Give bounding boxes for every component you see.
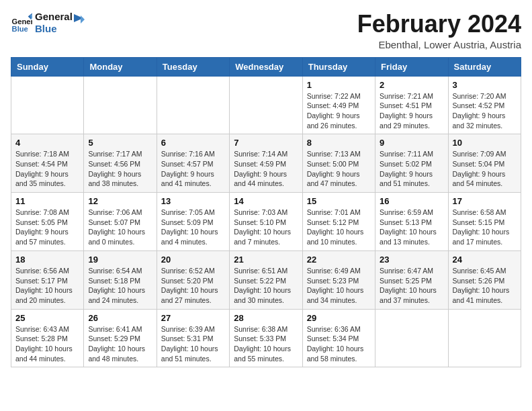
calendar-cell: 6Sunrise: 7:16 AMSunset: 4:57 PMDaylight… bbox=[157, 134, 229, 193]
day-header-monday: Monday bbox=[84, 57, 157, 76]
calendar-cell bbox=[84, 76, 157, 134]
calendar-cell: 8Sunrise: 7:13 AMSunset: 5:00 PMDaylight… bbox=[302, 134, 375, 193]
cell-day-number: 22 bbox=[307, 255, 371, 265]
cell-day-info: Sunrise: 6:38 AMSunset: 5:33 PMDaylight:… bbox=[234, 324, 298, 364]
calendar-cell: 10Sunrise: 7:09 AMSunset: 5:04 PMDayligh… bbox=[448, 134, 521, 193]
cell-day-info: Sunrise: 7:08 AMSunset: 5:05 PMDaylight:… bbox=[15, 208, 79, 247]
cell-day-number: 16 bbox=[380, 196, 443, 206]
cell-day-info: Sunrise: 6:45 AMSunset: 5:26 PMDaylight:… bbox=[453, 266, 517, 306]
cell-day-info: Sunrise: 7:13 AMSunset: 5:00 PMDaylight:… bbox=[307, 149, 371, 189]
calendar-cell: 25Sunrise: 6:43 AMSunset: 5:28 PMDayligh… bbox=[11, 309, 84, 367]
cell-day-info: Sunrise: 7:06 AMSunset: 5:07 PMDaylight:… bbox=[88, 208, 152, 247]
calendar-cell: 1Sunrise: 7:22 AMSunset: 4:49 PMDaylight… bbox=[302, 76, 375, 134]
cell-day-info: Sunrise: 7:01 AMSunset: 5:12 PMDaylight:… bbox=[307, 208, 371, 247]
svg-text:General: General bbox=[12, 17, 32, 26]
cell-day-info: Sunrise: 6:54 AMSunset: 5:18 PMDaylight:… bbox=[88, 266, 152, 306]
cell-day-info: Sunrise: 6:59 AMSunset: 5:13 PMDaylight:… bbox=[380, 208, 443, 247]
calendar-week-row: 1Sunrise: 7:22 AMSunset: 4:49 PMDaylight… bbox=[11, 76, 521, 134]
cell-day-number: 14 bbox=[234, 196, 298, 206]
cell-day-number: 11 bbox=[15, 196, 79, 206]
day-header-sunday: Sunday bbox=[11, 57, 84, 76]
cell-day-number: 20 bbox=[161, 255, 225, 265]
cell-day-info: Sunrise: 6:39 AMSunset: 5:31 PMDaylight:… bbox=[161, 324, 225, 364]
day-header-tuesday: Tuesday bbox=[157, 57, 229, 76]
calendar-cell: 20Sunrise: 6:52 AMSunset: 5:20 PMDayligh… bbox=[157, 250, 229, 309]
cell-day-info: Sunrise: 6:41 AMSunset: 5:29 PMDaylight:… bbox=[88, 324, 152, 364]
cell-day-number: 18 bbox=[15, 255, 79, 265]
calendar-cell: 26Sunrise: 6:41 AMSunset: 5:29 PMDayligh… bbox=[84, 309, 157, 367]
cell-day-number: 21 bbox=[234, 255, 298, 265]
cell-day-info: Sunrise: 7:17 AMSunset: 4:56 PMDaylight:… bbox=[88, 149, 152, 189]
cell-day-info: Sunrise: 7:05 AMSunset: 5:09 PMDaylight:… bbox=[161, 208, 225, 247]
title-area: February 2024 Ebenthal, Lower Austria, A… bbox=[357, 11, 521, 50]
calendar-cell bbox=[157, 76, 229, 134]
calendar-cell: 29Sunrise: 6:36 AMSunset: 5:34 PMDayligh… bbox=[302, 309, 375, 367]
calendar-cell: 24Sunrise: 6:45 AMSunset: 5:26 PMDayligh… bbox=[448, 250, 521, 309]
cell-day-number: 12 bbox=[88, 196, 152, 206]
svg-text:Blue: Blue bbox=[12, 25, 28, 33]
cell-day-number: 7 bbox=[234, 138, 298, 148]
calendar-cell: 21Sunrise: 6:51 AMSunset: 5:22 PMDayligh… bbox=[230, 250, 302, 309]
calendar-cell bbox=[448, 309, 521, 367]
calendar-cell: 17Sunrise: 6:58 AMSunset: 5:15 PMDayligh… bbox=[448, 193, 521, 251]
cell-day-number: 5 bbox=[88, 138, 152, 148]
calendar-cell bbox=[230, 76, 302, 134]
calendar-week-row: 4Sunrise: 7:18 AMSunset: 4:54 PMDaylight… bbox=[11, 134, 521, 193]
calendar-cell bbox=[375, 309, 448, 367]
cell-day-info: Sunrise: 6:36 AMSunset: 5:34 PMDaylight:… bbox=[307, 324, 371, 364]
cell-day-info: Sunrise: 6:58 AMSunset: 5:15 PMDaylight:… bbox=[453, 208, 517, 247]
cell-day-info: Sunrise: 7:11 AMSunset: 5:02 PMDaylight:… bbox=[380, 149, 443, 189]
calendar-cell: 5Sunrise: 7:17 AMSunset: 4:56 PMDaylight… bbox=[84, 134, 157, 193]
cell-day-number: 17 bbox=[453, 196, 517, 206]
calendar-cell: 9Sunrise: 7:11 AMSunset: 5:02 PMDaylight… bbox=[375, 134, 448, 193]
logo: General Blue General Blue bbox=[11, 11, 86, 35]
cell-day-number: 24 bbox=[453, 255, 517, 265]
calendar-cell: 15Sunrise: 7:01 AMSunset: 5:12 PMDayligh… bbox=[302, 193, 375, 251]
calendar-cell: 18Sunrise: 6:56 AMSunset: 5:17 PMDayligh… bbox=[11, 250, 84, 309]
calendar-cell: 2Sunrise: 7:21 AMSunset: 4:51 PMDaylight… bbox=[375, 76, 448, 134]
calendar-table: SundayMondayTuesdayWednesdayThursdayFrid… bbox=[11, 57, 521, 368]
cell-day-number: 2 bbox=[380, 80, 443, 90]
calendar-cell: 7Sunrise: 7:14 AMSunset: 4:59 PMDaylight… bbox=[230, 134, 302, 193]
cell-day-number: 3 bbox=[453, 80, 517, 90]
cell-day-number: 15 bbox=[307, 196, 371, 206]
day-header-saturday: Saturday bbox=[448, 57, 521, 76]
calendar-week-row: 18Sunrise: 6:56 AMSunset: 5:17 PMDayligh… bbox=[11, 250, 521, 309]
calendar-header-row: SundayMondayTuesdayWednesdayThursdayFrid… bbox=[11, 57, 521, 76]
calendar-cell: 11Sunrise: 7:08 AMSunset: 5:05 PMDayligh… bbox=[11, 193, 84, 251]
cell-day-info: Sunrise: 6:43 AMSunset: 5:28 PMDaylight:… bbox=[15, 324, 79, 364]
calendar-cell: 14Sunrise: 7:03 AMSunset: 5:10 PMDayligh… bbox=[230, 193, 302, 251]
cell-day-number: 13 bbox=[161, 196, 225, 206]
calendar-cell: 22Sunrise: 6:49 AMSunset: 5:23 PMDayligh… bbox=[302, 250, 375, 309]
calendar-cell: 13Sunrise: 7:05 AMSunset: 5:09 PMDayligh… bbox=[157, 193, 229, 251]
cell-day-info: Sunrise: 7:18 AMSunset: 4:54 PMDaylight:… bbox=[15, 149, 79, 189]
cell-day-number: 23 bbox=[380, 255, 443, 265]
svg-marker-5 bbox=[81, 15, 85, 24]
calendar-cell: 28Sunrise: 6:38 AMSunset: 5:33 PMDayligh… bbox=[230, 309, 302, 367]
calendar-cell: 12Sunrise: 7:06 AMSunset: 5:07 PMDayligh… bbox=[84, 193, 157, 251]
cell-day-info: Sunrise: 6:52 AMSunset: 5:20 PMDaylight:… bbox=[161, 266, 225, 306]
calendar-cell: 16Sunrise: 6:59 AMSunset: 5:13 PMDayligh… bbox=[375, 193, 448, 251]
cell-day-number: 8 bbox=[307, 138, 371, 148]
cell-day-info: Sunrise: 7:21 AMSunset: 4:51 PMDaylight:… bbox=[380, 91, 443, 131]
cell-day-info: Sunrise: 6:56 AMSunset: 5:17 PMDaylight:… bbox=[15, 266, 79, 306]
calendar-cell: 19Sunrise: 6:54 AMSunset: 5:18 PMDayligh… bbox=[84, 250, 157, 309]
cell-day-number: 10 bbox=[453, 138, 517, 148]
cell-day-info: Sunrise: 7:03 AMSunset: 5:10 PMDaylight:… bbox=[234, 208, 298, 247]
calendar-cell: 4Sunrise: 7:18 AMSunset: 4:54 PMDaylight… bbox=[11, 134, 84, 193]
cell-day-number: 25 bbox=[15, 313, 79, 323]
day-header-wednesday: Wednesday bbox=[230, 57, 302, 76]
cell-day-info: Sunrise: 6:51 AMSunset: 5:22 PMDaylight:… bbox=[234, 266, 298, 306]
cell-day-number: 4 bbox=[15, 138, 79, 148]
location-subtitle: Ebenthal, Lower Austria, Austria bbox=[357, 39, 521, 50]
cell-day-info: Sunrise: 7:14 AMSunset: 4:59 PMDaylight:… bbox=[234, 149, 298, 189]
logo-blue: Blue bbox=[35, 23, 73, 35]
calendar-cell: 23Sunrise: 6:47 AMSunset: 5:25 PMDayligh… bbox=[375, 250, 448, 309]
cell-day-info: Sunrise: 7:16 AMSunset: 4:57 PMDaylight:… bbox=[161, 149, 225, 189]
cell-day-number: 9 bbox=[380, 138, 443, 148]
day-header-friday: Friday bbox=[375, 57, 448, 76]
cell-day-info: Sunrise: 6:49 AMSunset: 5:23 PMDaylight:… bbox=[307, 266, 371, 306]
cell-day-number: 19 bbox=[88, 255, 152, 265]
calendar-cell bbox=[11, 76, 84, 134]
calendar-week-row: 11Sunrise: 7:08 AMSunset: 5:05 PMDayligh… bbox=[11, 193, 521, 251]
